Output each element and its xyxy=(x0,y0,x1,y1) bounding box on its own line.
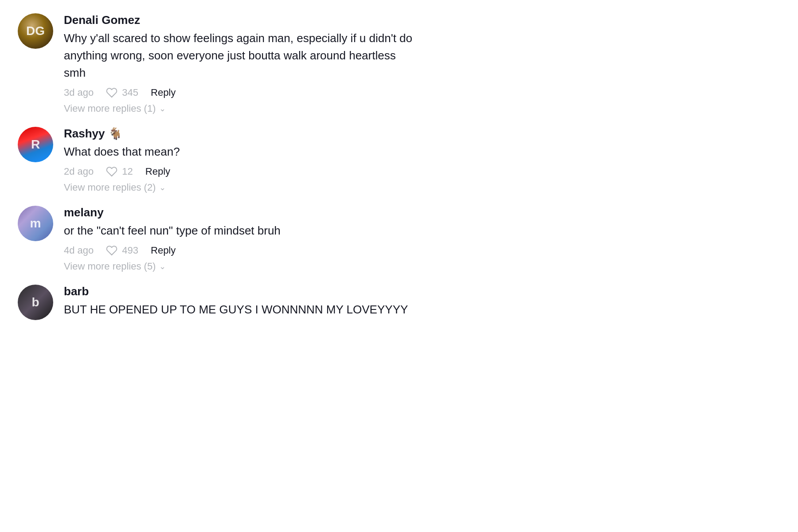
like-count-3: 493 xyxy=(122,245,138,256)
like-button-2[interactable]: 12 xyxy=(106,166,133,177)
reply-button-2[interactable]: Reply xyxy=(145,166,170,177)
comment-item-2: R Rashyy 🐐 What does that mean? 2d ago 1… xyxy=(18,127,417,177)
chevron-down-icon-2: ⌄ xyxy=(159,183,166,192)
comment-meta-3: 4d ago 493 Reply xyxy=(64,245,417,256)
username-rashyy-text: Rashyy 🐐 xyxy=(64,127,122,141)
view-replies-3[interactable]: View more replies (5) ⌄ xyxy=(64,261,417,272)
username-melany[interactable]: melany xyxy=(64,206,417,219)
like-count-1: 345 xyxy=(122,87,138,98)
comment-time-2: 2d ago xyxy=(64,166,94,177)
comment-item-4: b barb BUT HE OPENED UP TO ME GUYS I WON… xyxy=(18,285,417,324)
heart-icon-2 xyxy=(106,166,117,177)
comment-section: DG Denali Gomez Why y'all scared to show… xyxy=(18,13,417,324)
comment-body-1: Denali Gomez Why y'all scared to show fe… xyxy=(64,13,417,98)
comment-time-1: 3d ago xyxy=(64,87,94,98)
username-denali[interactable]: Denali Gomez xyxy=(64,13,417,27)
comment-text-1: Why y'all scared to show feelings again … xyxy=(64,30,417,82)
avatar-initials-denali: DG xyxy=(18,13,53,49)
view-replies-text-1: View more replies (1) xyxy=(64,103,156,114)
avatar-rashyy: R xyxy=(18,127,53,162)
view-replies-text-3: View more replies (5) xyxy=(64,261,156,272)
comment-meta-2: 2d ago 12 Reply xyxy=(64,166,417,177)
comment-text-3: or the "can't feel nun" type of mindset … xyxy=(64,222,417,239)
avatar-initials-melany: m xyxy=(18,206,53,241)
heart-icon-3 xyxy=(106,245,117,256)
view-replies-1[interactable]: View more replies (1) ⌄ xyxy=(64,103,417,114)
chevron-down-icon-1: ⌄ xyxy=(159,104,166,113)
comment-time-3: 4d ago xyxy=(64,245,94,256)
username-rashyy[interactable]: Rashyy 🐐 xyxy=(64,127,417,141)
avatar-initials-barb: b xyxy=(18,285,53,320)
comment-item-3: m melany or the "can't feel nun" type of… xyxy=(18,206,417,256)
avatar-barb: b xyxy=(18,285,53,320)
comment-body-2: Rashyy 🐐 What does that mean? 2d ago 12 … xyxy=(64,127,417,177)
view-replies-2[interactable]: View more replies (2) ⌄ xyxy=(64,182,417,193)
heart-icon-1 xyxy=(106,87,117,98)
comment-text-2: What does that mean? xyxy=(64,143,417,160)
like-count-2: 12 xyxy=(122,166,133,177)
view-replies-text-2: View more replies (2) xyxy=(64,182,156,193)
comment-item-1: DG Denali Gomez Why y'all scared to show… xyxy=(18,13,417,98)
avatar-melany: m xyxy=(18,206,53,241)
comment-meta-1: 3d ago 345 Reply xyxy=(64,87,417,98)
comment-body-3: melany or the "can't feel nun" type of m… xyxy=(64,206,417,256)
username-barb[interactable]: barb xyxy=(64,285,417,298)
reply-button-3[interactable]: Reply xyxy=(151,245,176,256)
avatar-denali: DG xyxy=(18,13,53,49)
like-button-1[interactable]: 345 xyxy=(106,87,138,98)
reply-button-1[interactable]: Reply xyxy=(151,87,176,98)
like-button-3[interactable]: 493 xyxy=(106,245,138,256)
comment-body-4: barb BUT HE OPENED UP TO ME GUYS I WONNN… xyxy=(64,285,417,324)
comment-text-4: BUT HE OPENED UP TO ME GUYS I WONNNNN MY… xyxy=(64,301,417,318)
chevron-down-icon-3: ⌄ xyxy=(159,262,166,271)
avatar-initials-rashyy: R xyxy=(18,127,53,162)
